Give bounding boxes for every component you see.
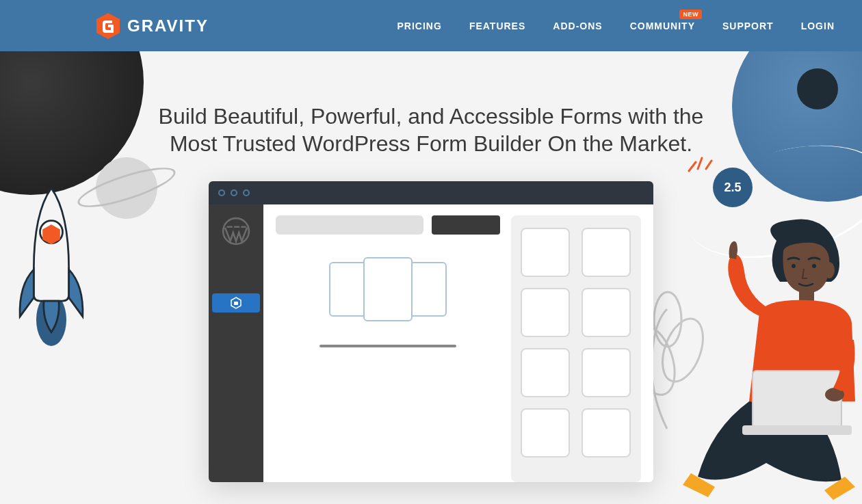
browser-body <box>209 204 653 482</box>
nav-addons[interactable]: ADD-ONS <box>553 21 602 31</box>
nav-community-label: COMMUNITY <box>630 21 695 31</box>
field-card[interactable] <box>408 262 447 317</box>
field-card-active[interactable] <box>363 257 413 321</box>
field-tile[interactable] <box>582 228 631 277</box>
svg-line-6 <box>706 161 711 169</box>
svg-point-13 <box>824 262 835 278</box>
field-tile[interactable] <box>521 288 570 337</box>
version-number: 2.5 <box>724 181 741 195</box>
title-input-placeholder[interactable] <box>276 215 423 235</box>
field-card[interactable] <box>329 262 367 317</box>
field-tile[interactable] <box>582 288 631 337</box>
field-tile[interactable] <box>521 348 570 397</box>
field-cards-row <box>276 262 500 321</box>
nav-login[interactable]: LOGIN <box>801 21 835 31</box>
svg-point-14 <box>792 264 796 268</box>
editor-main-area <box>263 204 653 482</box>
wp-admin-sidebar <box>209 204 263 482</box>
nav-pricing[interactable]: PRICING <box>397 21 442 31</box>
rocket-illustration <box>14 174 89 352</box>
field-tile[interactable] <box>582 348 631 397</box>
person-illustration <box>670 217 862 504</box>
main-nav: PRICING FEATURES ADD-ONS COMMUNITY NEW S… <box>397 21 835 31</box>
hero-headline: Build Beautiful, Powerful, and Accessibl… <box>151 103 711 157</box>
gravity-logo-icon <box>96 12 120 40</box>
sidebar-active-item[interactable] <box>212 293 260 313</box>
field-tile[interactable] <box>521 408 570 457</box>
gravity-sidebar-icon <box>231 297 241 309</box>
window-dot-icon <box>218 189 225 196</box>
field-tile[interactable] <box>521 228 570 277</box>
action-button-placeholder[interactable] <box>432 215 500 235</box>
field-tile[interactable] <box>582 408 631 457</box>
hero-section: Build Beautiful, Powerful, and Accessibl… <box>0 51 862 504</box>
svg-line-5 <box>698 158 702 169</box>
nav-features[interactable]: FEATURES <box>469 21 525 31</box>
small-planet-decoration <box>797 68 838 109</box>
browser-titlebar <box>209 181 653 204</box>
window-dot-icon <box>243 189 250 196</box>
brand-name: GRAVITY <box>127 16 209 36</box>
version-badge: 2.5 <box>713 168 753 207</box>
svg-rect-17 <box>753 371 841 429</box>
editor-topbar <box>276 215 500 235</box>
divider-line <box>319 345 456 347</box>
svg-rect-18 <box>742 425 852 435</box>
svg-line-4 <box>689 162 696 171</box>
editor-column <box>276 215 500 482</box>
nav-community[interactable]: COMMUNITY NEW <box>630 21 695 31</box>
main-header: GRAVITY PRICING FEATURES ADD-ONS COMMUNI… <box>0 0 862 51</box>
spark-decoration <box>685 154 713 174</box>
wordpress-icon <box>222 217 250 246</box>
svg-point-15 <box>812 264 816 268</box>
window-dot-icon <box>231 189 237 196</box>
browser-mockup <box>209 181 653 482</box>
svg-rect-12 <box>234 302 238 305</box>
new-badge: NEW <box>679 10 702 19</box>
brand-logo[interactable]: GRAVITY <box>96 12 209 40</box>
nav-support[interactable]: SUPPORT <box>722 21 774 31</box>
saturn-decoration <box>96 157 157 219</box>
field-palette <box>511 215 641 482</box>
